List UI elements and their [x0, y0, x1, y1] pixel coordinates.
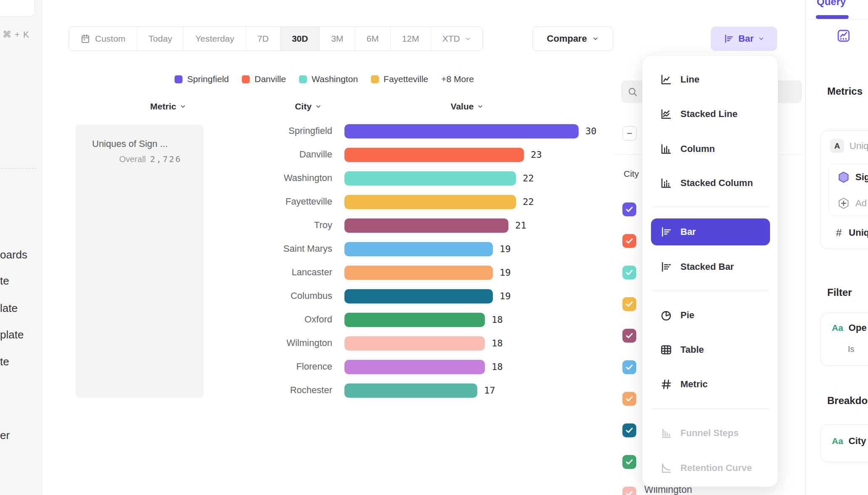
column-header-city[interactable]: City	[275, 101, 342, 112]
menu-item-pie[interactable]: Pie	[651, 303, 770, 328]
add-event-row[interactable]: Ad	[837, 197, 867, 210]
filter-operator: Is	[848, 344, 855, 354]
breakdown-property-row[interactable]: Aa City	[832, 436, 866, 447]
metrics-card[interactable]: A Uniq Sig Ad # Uniqu	[820, 130, 868, 249]
bar-row-label: Troy	[231, 220, 332, 231]
column-header-value[interactable]: Value	[434, 101, 501, 112]
bar-value-label: 18	[492, 362, 503, 372]
filter-property: Ope	[849, 322, 867, 333]
metric-overall: Overall2,726	[75, 154, 182, 164]
bar-icon	[660, 226, 672, 238]
sidebar-item-fragment[interactable]: te	[0, 274, 9, 287]
bar-rochester[interactable]	[344, 383, 477, 398]
event-card[interactable]: Sig Ad	[828, 164, 868, 216]
bar-washington[interactable]	[344, 171, 516, 186]
legend-label: Fayetteville	[384, 74, 428, 84]
date-range-12m[interactable]: 12M	[391, 27, 431, 51]
sidebar-item-fragment[interactable]: oards	[0, 248, 27, 261]
compare-button[interactable]: Compare	[532, 27, 613, 51]
bar-row-label: Washington	[231, 173, 332, 184]
date-range-30d[interactable]: 30D	[281, 27, 320, 51]
legend-item-springfield[interactable]: Springfield	[175, 74, 229, 84]
date-range-label: 30D	[292, 34, 308, 44]
sidebar-search-card[interactable]	[0, 0, 35, 17]
breakdown-row-checkbox[interactable]	[622, 423, 636, 437]
property-type-badge: Aa	[832, 323, 843, 333]
breakdown-row-checkbox[interactable]	[622, 266, 636, 279]
bar-fayetteville[interactable]	[344, 195, 516, 209]
bar-springfield[interactable]	[344, 124, 579, 138]
filter-card[interactable]: Aa Ope Is i	[820, 313, 868, 366]
chart-legend: SpringfieldDanvilleWashingtonFayettevill…	[175, 74, 474, 85]
menu-item-metric[interactable]: Metric	[651, 372, 770, 397]
filter-operator-row[interactable]: Is i	[848, 344, 868, 354]
breakdown-list-city-header[interactable]: City	[624, 169, 639, 179]
menu-item-stacked-column[interactable]: Stacked Column	[651, 170, 770, 196]
menu-item-bar[interactable]: Bar	[651, 218, 770, 245]
legend-item-fayetteville[interactable]: Fayetteville	[371, 74, 428, 84]
menu-item-table[interactable]: Table	[651, 337, 770, 362]
menu-item-line[interactable]: Line	[651, 67, 770, 92]
filter-property-row[interactable]: Aa Ope	[832, 322, 867, 333]
bar-danville[interactable]	[344, 148, 524, 162]
bar-troy[interactable]	[344, 218, 508, 233]
date-range-today[interactable]: Today	[137, 27, 184, 51]
chart-type-button[interactable]: Bar	[711, 27, 777, 51]
date-range-label: Yesterday	[195, 34, 234, 44]
menu-item-retention-curve: Retention Curve	[651, 455, 770, 481]
bar-value-label: 18	[492, 314, 503, 325]
legend-more[interactable]: +8 More	[441, 74, 474, 84]
add-label: Ad	[855, 198, 867, 209]
bar-value-label: 19	[500, 244, 511, 254]
date-range-label: 6M	[367, 34, 379, 44]
breakdown-row-checkbox[interactable]	[622, 234, 636, 248]
sidebar-item-fragment[interactable]: late	[0, 302, 18, 315]
date-range-7d[interactable]: 7D	[246, 27, 281, 51]
bar-saint-marys[interactable]	[344, 242, 493, 256]
menu-item-stacked-line[interactable]: Stacked Line	[651, 101, 770, 127]
legend-item-washington[interactable]: Washington	[299, 74, 358, 84]
bar-wilmington[interactable]	[344, 336, 485, 351]
breakdown-row-checkbox[interactable]	[622, 392, 636, 406]
bar-value-label: 30	[585, 126, 597, 136]
menu-item-column[interactable]: Column	[651, 136, 770, 162]
legend-item-danville[interactable]: Danville	[242, 74, 286, 84]
date-range-label: 7D	[257, 34, 269, 44]
breakdown-row-checkbox[interactable]	[622, 202, 636, 216]
keyboard-shortcut-hint: ⌘ + K	[3, 29, 29, 40]
bar-value-label: 17	[484, 385, 495, 396]
sidebar-item-fragment[interactable]: te	[0, 355, 9, 368]
date-range-yesterday[interactable]: Yesterday	[184, 27, 246, 51]
menu-item-stacked-bar[interactable]: Stacked Bar	[651, 254, 770, 279]
breakdown-row-checkbox[interactable]	[622, 360, 636, 374]
menu-item-label: Table	[680, 344, 704, 355]
event-name: Sig	[855, 172, 868, 183]
metric-card[interactable]: Uniques of Sign ... Overall2,726	[75, 125, 204, 398]
date-range-xtd[interactable]: XTD	[431, 27, 482, 51]
bar-oxford[interactable]	[344, 313, 485, 327]
sidebar-item-fragment[interactable]: plate	[0, 328, 24, 341]
bar-value-label: 22	[523, 173, 534, 184]
tab-query[interactable]: Query	[817, 0, 846, 8]
breakdown-row-checkbox[interactable]	[622, 455, 636, 469]
date-range-label: 12M	[402, 34, 419, 44]
bar-row-label: Danville	[231, 149, 332, 160]
breakdown-card[interactable]: Aa City	[820, 424, 868, 462]
column-header-metric[interactable]: Metric	[135, 101, 202, 112]
count-row[interactable]: # Uniqu	[836, 227, 868, 239]
bar-florence[interactable]	[344, 360, 485, 374]
select-all-checkbox[interactable]	[622, 126, 637, 141]
date-range-custom[interactable]: Custom	[69, 27, 137, 51]
bar-row-label: Wilmington	[231, 338, 332, 349]
date-range-6m[interactable]: 6M	[355, 27, 391, 51]
bar-columbus[interactable]	[344, 289, 493, 303]
insights-chart-icon[interactable]	[836, 29, 851, 43]
metric-row[interactable]: A Uniq	[830, 139, 868, 153]
event-row[interactable]: Sig	[837, 171, 868, 184]
bar-lancaster[interactable]	[344, 266, 493, 280]
date-range-3m[interactable]: 3M	[320, 27, 355, 51]
sidebar-item-fragment[interactable]: er	[0, 429, 10, 442]
breakdown-row-checkbox[interactable]	[622, 297, 636, 311]
breakdown-row-checkbox[interactable]	[622, 487, 636, 495]
breakdown-row-checkbox[interactable]	[622, 329, 636, 343]
